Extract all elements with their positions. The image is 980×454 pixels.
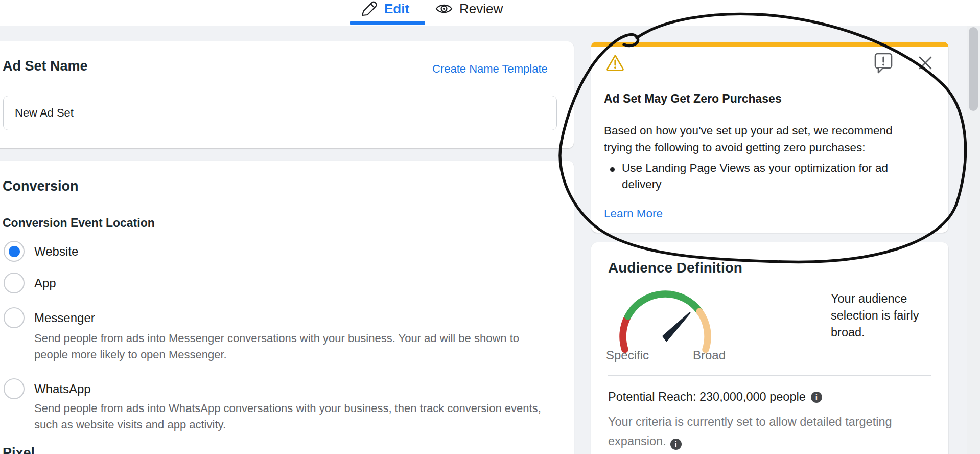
divider: [608, 375, 931, 376]
warning-accent-bar: [591, 42, 948, 47]
info-icon[interactable]: [670, 439, 682, 450]
tab-edit-label: Edit: [384, 1, 409, 16]
radio-whatsapp[interactable]: [4, 378, 25, 399]
tab-review-label: Review: [459, 1, 503, 16]
tab-edit[interactable]: Edit: [361, 0, 409, 17]
feedback-bubble-icon[interactable]: [874, 52, 894, 75]
radio-messenger[interactable]: [4, 307, 25, 328]
radio-website-label[interactable]: Website: [34, 244, 78, 259]
radio-app-label[interactable]: App: [34, 276, 56, 290]
radio-messenger-label[interactable]: Messenger: [34, 311, 95, 325]
radio-website[interactable]: [4, 241, 25, 262]
scrollbar-thumb[interactable]: [969, 27, 978, 111]
conversion-heading: Conversion: [3, 178, 79, 194]
create-name-template-link[interactable]: Create Name Template: [432, 62, 548, 76]
radio-messenger-description: Send people from ads into Messenger conv…: [34, 330, 552, 363]
learn-more-link[interactable]: Learn More: [604, 207, 663, 220]
criteria-text: Your criteria is currently set to allow …: [608, 415, 892, 448]
audience-status-text: Your audience selection is fairly broad.: [831, 290, 939, 341]
potential-reach-text: Potential Reach: 230,000,000 people: [608, 390, 806, 404]
warning-triangle-icon: [604, 52, 626, 74]
audience-gauge: [610, 289, 719, 354]
potential-reach-row: Potential Reach: 230,000,000 people: [608, 390, 822, 404]
active-tab-underline: [350, 21, 425, 25]
warning-bullet-item: Use Landing Page Views as your optimizat…: [622, 160, 903, 193]
bullet-dot: [610, 167, 615, 172]
gauge-label-specific: Specific: [606, 348, 649, 362]
criteria-row: Your criteria is currently set to allow …: [608, 412, 926, 451]
gauge-label-broad: Broad: [693, 348, 726, 362]
audience-definition-title: Audience Definition: [608, 260, 742, 276]
radio-whatsapp-label[interactable]: WhatsApp: [34, 382, 91, 396]
top-tab-bar: Edit Review: [0, 0, 980, 26]
radio-app[interactable]: [4, 273, 25, 293]
radio-whatsapp-description: Send people from ads into WhatsApp conve…: [34, 400, 552, 433]
pencil-icon: [361, 1, 378, 17]
ad-set-name-card: [0, 41, 574, 148]
warning-title: Ad Set May Get Zero Purchases: [604, 92, 782, 106]
pixel-section-heading-partial: Pixel: [3, 445, 35, 454]
gauge-needle: [663, 313, 690, 341]
ads-manager-edit-screen: Edit Review Ad Set Name Create Name Temp…: [0, 0, 980, 454]
ad-set-name-input[interactable]: [3, 96, 557, 130]
info-icon[interactable]: [811, 392, 822, 403]
warning-body: Based on how you've set up your ad set, …: [604, 122, 911, 156]
close-icon[interactable]: [917, 55, 934, 71]
eye-icon: [435, 1, 453, 16]
ad-set-name-heading: Ad Set Name: [3, 58, 88, 74]
conversion-event-location-heading: Conversion Event Location: [3, 216, 155, 230]
tab-review[interactable]: Review: [435, 0, 503, 17]
